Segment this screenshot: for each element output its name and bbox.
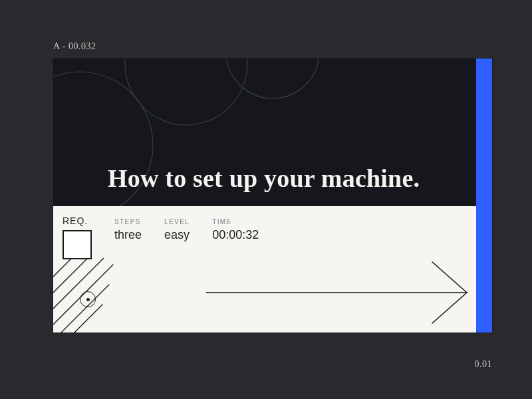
svg-line-10 [432, 262, 467, 293]
requirements-block: REQ. [63, 215, 102, 259]
requirements-label: REQ. [63, 215, 102, 226]
requirements-checkbox[interactable] [63, 230, 92, 259]
target-icon [80, 291, 96, 307]
meta-steps-value: three [114, 228, 142, 242]
slide-card: How to set up your machine. REQ. [53, 59, 492, 332]
meta-row: STEPS three LEVEL easy TIME 00:00:32 [114, 218, 259, 242]
code-top-left: A - 00.032 [53, 41, 96, 52]
hero-title: How to set up your machine. [108, 165, 463, 193]
info-panel: REQ. STEPS three [53, 206, 476, 332]
meta-level-value: easy [164, 228, 190, 242]
meta-time: TIME 00:00:32 [212, 218, 259, 242]
meta-time-label: TIME [212, 218, 259, 225]
meta-level-label: LEVEL [164, 218, 190, 225]
svg-line-8 [56, 305, 102, 332]
meta-time-value: 00:00:32 [212, 228, 259, 242]
meta-steps: STEPS three [114, 218, 142, 242]
accent-band [476, 59, 492, 332]
svg-line-11 [432, 293, 467, 323]
meta-steps-label: STEPS [114, 218, 142, 225]
code-bottom-right: 0.01 [475, 359, 493, 370]
meta-level: LEVEL easy [164, 218, 190, 242]
next-arrow-icon[interactable] [206, 261, 472, 325]
stage: A - 00.032 0.01 How to set up your machi… [0, 0, 532, 399]
hero-panel: How to set up your machine. [53, 59, 476, 206]
